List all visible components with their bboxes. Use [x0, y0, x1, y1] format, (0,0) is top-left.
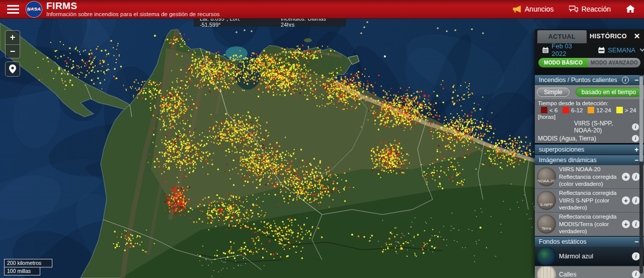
scrollbar-thumb[interactable] [639, 76, 643, 162]
menu-icon[interactable] [7, 5, 19, 14]
scale-miles: 100 millas [4, 267, 40, 275]
info-icon[interactable]: i [632, 135, 639, 142]
time-based-button[interactable]: basado en el tiempo [576, 88, 642, 97]
date-row: Feb 03 2022 SEMANA [535, 43, 644, 56]
scale-km: 200 kilometros [4, 259, 52, 267]
calendar-range-icon [598, 47, 605, 53]
section-fires-header[interactable]: Incendios / Puntos calientes i − [535, 75, 644, 85]
info-icon[interactable]: i [632, 196, 640, 204]
legend-swatch-12-24 [588, 107, 594, 113]
collapse-icon[interactable]: − [633, 77, 640, 84]
chevron-down-icon [640, 47, 644, 52]
tab-historico[interactable]: HISTÓRICO [587, 29, 630, 43]
layers-panel: ACTUAL HISTÓRICO ✕ Feb 03 2022 SEMANA [535, 29, 644, 274]
calendar-icon [542, 47, 549, 53]
panel-tabbar: ACTUAL HISTÓRICO ✕ [535, 29, 644, 43]
section-imagery-header[interactable]: Imágenes dinámicas − [535, 155, 644, 165]
tab-actual[interactable]: ACTUAL [537, 30, 587, 43]
selected-date: Feb 03 2022 [552, 42, 588, 57]
date-picker[interactable]: Feb 03 2022 [542, 42, 587, 57]
layer-row-modis-terra[interactable]: Terra Reflectancia corregida MODIS/Terra… [535, 213, 644, 236]
simple-button[interactable]: Simple [537, 88, 570, 97]
zoom-out-button[interactable]: − [6, 44, 20, 58]
legend-unit: [horas] [538, 114, 641, 120]
home-icon[interactable] [626, 5, 635, 13]
legend-title: Tiempo desde la detección: [538, 100, 641, 106]
app-title: FIRMS [46, 1, 220, 11]
info-icon[interactable]: i [632, 173, 640, 181]
feedback-button[interactable]: Reacción [569, 5, 611, 13]
info-icon[interactable]: i [622, 77, 629, 84]
info-icon[interactable]: i [632, 270, 640, 278]
app-header: NASA FIRMS Información sobre incendios p… [0, 0, 644, 19]
app-title-block: FIRMS Información sobre incendios para e… [46, 1, 220, 18]
firms-app: NASA FIRMS Información sobre incendios p… [0, 0, 644, 278]
announcements-button[interactable]: Anuncios [513, 5, 554, 13]
megaphone-icon [513, 6, 521, 13]
info-icon[interactable]: i [632, 252, 640, 260]
layer-row-viirs-snpp[interactable]: S-NPP Reflectancia corregida VIIRS S-NPP… [535, 189, 644, 213]
mode-advanced-button[interactable]: MODO AVANZADO [588, 58, 640, 67]
legend-swatch-6-12 [562, 107, 569, 113]
nasa-logo[interactable]: NASA [26, 2, 42, 17]
fire-legend: Tiempo desde la detección: < 6 6-12 12-2… [535, 99, 644, 120]
layer-thumbnail: S-NPP [537, 191, 556, 210]
add-layer-icon[interactable]: + [622, 220, 630, 228]
app-subtitle: Información sobre incendios para el sist… [46, 11, 220, 17]
layer-thumbnail: Terra [537, 215, 556, 234]
source-modis[interactable]: MODIS (Agua, Tierra) i [535, 134, 644, 143]
section-overlays-header[interactable]: superposiciones + [535, 144, 644, 155]
layer-row-viirs-noaa20[interactable]: NOAA-20 VIIRS NOAA-20 Reflectancia corre… [535, 165, 644, 189]
panel-scrollbar[interactable] [639, 75, 643, 273]
section-backgrounds-header[interactable]: Fondos estáticos − [535, 236, 644, 247]
layer-thumbnail: NOAA-20 [537, 167, 556, 186]
info-icon[interactable]: i [632, 220, 640, 228]
info-icon[interactable]: i [632, 123, 639, 130]
zoom-control: + − [5, 30, 20, 58]
expand-icon[interactable]: + [633, 146, 640, 153]
add-layer-icon[interactable]: + [622, 173, 630, 181]
add-layer-icon[interactable]: + [622, 196, 630, 204]
streets-thumbnail [537, 266, 556, 278]
background-row-blue-marble[interactable]: Mármol azul i [535, 247, 644, 266]
collapse-icon[interactable]: − [633, 157, 640, 164]
selected-range: SEMANA [608, 46, 635, 54]
range-dropdown[interactable]: SEMANA [598, 46, 644, 54]
mode-row: MODO BÁSICO MODO AVANZADO [535, 56, 644, 68]
legend-swatch-gt24 [616, 107, 623, 113]
locate-button[interactable] [5, 61, 20, 77]
mode-basic-button[interactable]: MODO BÁSICO [538, 58, 588, 67]
fire-style-row: Simple basado en el tiempo [535, 85, 644, 99]
location-pin-icon [9, 64, 16, 74]
collapse-icon[interactable]: − [633, 238, 640, 245]
close-icon[interactable]: ✕ [630, 29, 644, 43]
map-scale: 200 kilometros 100 millas [4, 259, 52, 275]
background-row-streets[interactable]: Calles i [535, 266, 644, 278]
zoom-in-button[interactable]: + [6, 31, 20, 44]
legend-swatch-lt6 [541, 107, 547, 113]
source-viirs[interactable]: VIIRS (S-NPP, NOAA-20) i [535, 120, 644, 134]
chat-bubbles-icon [569, 6, 578, 13]
blue-marble-thumbnail [537, 247, 556, 266]
panel-spacer [535, 68, 644, 75]
